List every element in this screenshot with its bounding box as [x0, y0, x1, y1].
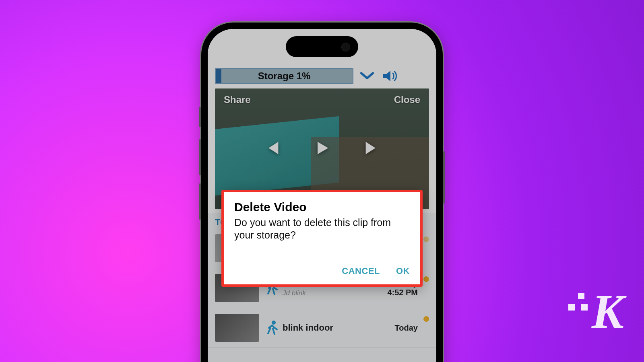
list-item[interactable]: blink indoor Today: [208, 308, 436, 348]
dynamic-island: [286, 36, 358, 57]
dialog-title: Delete Video: [234, 200, 410, 214]
status-dot: [423, 276, 429, 282]
storage-label: Storage 1%: [258, 70, 311, 82]
play-icon[interactable]: [313, 139, 331, 158]
clip-title: blink indoor: [283, 323, 395, 333]
phone-side-button: [443, 151, 445, 204]
clip-hour: 4:52 PM: [387, 288, 418, 297]
playback-controls: [263, 139, 381, 158]
dialog-body: Do you want to delete this clip from you…: [234, 216, 410, 242]
share-button[interactable]: Share: [224, 94, 251, 105]
clip-thumbnail: [215, 314, 259, 342]
storage-indicator[interactable]: Storage 1%: [215, 68, 353, 84]
status-dot: [423, 237, 429, 242]
dialog-actions: CANCEL OK: [234, 266, 410, 276]
phone-frame: Storage 1% Share Close: [201, 23, 443, 362]
clip-subtitle: Jd blink: [283, 289, 387, 297]
watermark-dots-icon: [566, 290, 594, 334]
clip-day: Today: [395, 323, 418, 333]
storage-fill: [216, 69, 221, 83]
phone-side-button: [199, 183, 201, 220]
phone-screen: Storage 1% Share Close: [208, 29, 436, 362]
top-bar: Storage 1%: [208, 66, 436, 86]
volume-icon[interactable]: [381, 68, 400, 84]
watermark-logo: K: [566, 284, 624, 339]
delete-video-dialog: Delete Video Do you want to delete this …: [221, 190, 423, 287]
skip-forward-icon[interactable]: [363, 139, 381, 158]
clip-info: blink indoor: [283, 323, 395, 333]
svg-point-2: [272, 321, 276, 325]
watermark-letter: K: [592, 284, 624, 339]
close-button[interactable]: Close: [394, 94, 420, 105]
status-dot: [423, 316, 429, 322]
chevron-down-icon[interactable]: [359, 68, 375, 84]
clip-time: Today: [395, 323, 418, 333]
motion-icon: [265, 320, 279, 336]
skip-back-icon[interactable]: [263, 139, 281, 158]
phone-side-button: [199, 107, 201, 127]
phone-side-button: [199, 139, 201, 175]
ok-button[interactable]: OK: [396, 266, 410, 276]
cancel-button[interactable]: CANCEL: [342, 266, 380, 276]
